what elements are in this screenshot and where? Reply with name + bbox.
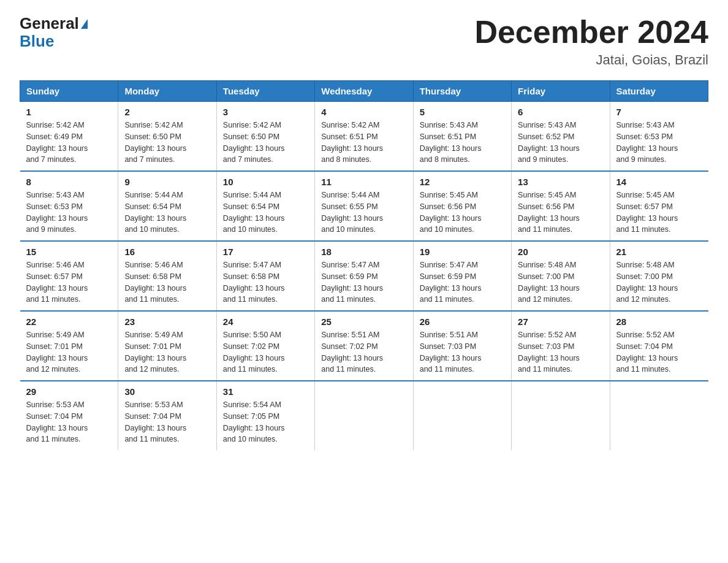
day-number: 24 xyxy=(223,316,308,327)
day-info: Sunrise: 5:47 AMSunset: 6:59 PMDaylight:… xyxy=(321,259,406,305)
calendar-cell: 11Sunrise: 5:44 AMSunset: 6:55 PMDayligh… xyxy=(315,171,413,241)
header-saturday: Saturday xyxy=(610,81,708,102)
day-info: Sunrise: 5:51 AMSunset: 7:03 PMDaylight:… xyxy=(420,329,505,375)
calendar-cell: 28Sunrise: 5:52 AMSunset: 7:04 PMDayligh… xyxy=(610,311,708,381)
logo-blue-text: Blue xyxy=(20,33,54,50)
calendar-week-row: 8Sunrise: 5:43 AMSunset: 6:53 PMDaylight… xyxy=(20,171,708,241)
logo: General Blue xyxy=(20,15,88,50)
calendar-cell: 21Sunrise: 5:48 AMSunset: 7:00 PMDayligh… xyxy=(610,241,708,311)
day-info: Sunrise: 5:42 AMSunset: 6:50 PMDaylight:… xyxy=(223,120,308,166)
day-info: Sunrise: 5:53 AMSunset: 7:04 PMDaylight:… xyxy=(124,399,210,445)
logo-triangle-icon xyxy=(81,19,88,29)
day-number: 9 xyxy=(124,177,210,187)
calendar-cell: 12Sunrise: 5:45 AMSunset: 6:56 PMDayligh… xyxy=(413,171,511,241)
day-info: Sunrise: 5:47 AMSunset: 6:58 PMDaylight:… xyxy=(223,259,308,305)
calendar-cell: 24Sunrise: 5:50 AMSunset: 7:02 PMDayligh… xyxy=(216,311,314,381)
day-info: Sunrise: 5:45 AMSunset: 6:56 PMDaylight:… xyxy=(518,190,603,236)
header-tuesday: Tuesday xyxy=(216,81,314,102)
day-info: Sunrise: 5:49 AMSunset: 7:01 PMDaylight:… xyxy=(26,329,112,375)
day-number: 4 xyxy=(321,107,406,117)
day-number: 23 xyxy=(124,316,210,327)
day-info: Sunrise: 5:42 AMSunset: 6:50 PMDaylight:… xyxy=(124,120,210,166)
day-number: 27 xyxy=(518,316,603,327)
day-number: 29 xyxy=(26,386,112,397)
calendar-week-row: 15Sunrise: 5:46 AMSunset: 6:57 PMDayligh… xyxy=(20,241,708,311)
calendar-cell: 20Sunrise: 5:48 AMSunset: 7:00 PMDayligh… xyxy=(512,241,610,311)
calendar-cell: 26Sunrise: 5:51 AMSunset: 7:03 PMDayligh… xyxy=(413,311,511,381)
day-info: Sunrise: 5:43 AMSunset: 6:52 PMDaylight:… xyxy=(518,120,603,166)
logo-general-text: General xyxy=(20,15,79,33)
day-number: 3 xyxy=(223,107,308,117)
calendar-cell: 30Sunrise: 5:53 AMSunset: 7:04 PMDayligh… xyxy=(118,381,216,450)
header-friday: Friday xyxy=(512,81,610,102)
day-number: 12 xyxy=(420,177,505,187)
day-number: 28 xyxy=(616,316,702,327)
day-info: Sunrise: 5:47 AMSunset: 6:59 PMDaylight:… xyxy=(420,259,505,305)
day-number: 6 xyxy=(518,107,603,117)
day-info: Sunrise: 5:48 AMSunset: 7:00 PMDaylight:… xyxy=(616,259,702,305)
calendar-cell xyxy=(315,381,413,450)
calendar-cell: 25Sunrise: 5:51 AMSunset: 7:02 PMDayligh… xyxy=(315,311,413,381)
calendar-cell: 17Sunrise: 5:47 AMSunset: 6:58 PMDayligh… xyxy=(216,241,314,311)
day-number: 20 xyxy=(518,247,603,257)
day-number: 25 xyxy=(321,316,406,327)
day-number: 19 xyxy=(420,247,505,257)
day-info: Sunrise: 5:42 AMSunset: 6:49 PMDaylight:… xyxy=(26,120,112,166)
calendar-cell: 16Sunrise: 5:46 AMSunset: 6:58 PMDayligh… xyxy=(118,241,216,311)
title-block: December 2024 Jatai, Goias, Brazil xyxy=(474,15,708,68)
day-number: 7 xyxy=(616,107,702,117)
day-number: 26 xyxy=(420,316,505,327)
day-info: Sunrise: 5:44 AMSunset: 6:54 PMDaylight:… xyxy=(124,190,210,236)
calendar-cell: 22Sunrise: 5:49 AMSunset: 7:01 PMDayligh… xyxy=(20,311,118,381)
calendar-cell: 13Sunrise: 5:45 AMSunset: 6:56 PMDayligh… xyxy=(512,171,610,241)
day-info: Sunrise: 5:50 AMSunset: 7:02 PMDaylight:… xyxy=(223,329,308,375)
calendar-cell: 10Sunrise: 5:44 AMSunset: 6:54 PMDayligh… xyxy=(216,171,314,241)
day-info: Sunrise: 5:46 AMSunset: 6:57 PMDaylight:… xyxy=(26,259,112,305)
calendar-cell: 5Sunrise: 5:43 AMSunset: 6:51 PMDaylight… xyxy=(413,102,511,172)
calendar-week-row: 29Sunrise: 5:53 AMSunset: 7:04 PMDayligh… xyxy=(20,381,708,450)
day-info: Sunrise: 5:53 AMSunset: 7:04 PMDaylight:… xyxy=(26,399,112,445)
calendar-cell: 9Sunrise: 5:44 AMSunset: 6:54 PMDaylight… xyxy=(118,171,216,241)
calendar-cell xyxy=(413,381,511,450)
day-number: 22 xyxy=(26,316,112,327)
day-info: Sunrise: 5:52 AMSunset: 7:04 PMDaylight:… xyxy=(616,329,702,375)
calendar-cell: 23Sunrise: 5:49 AMSunset: 7:01 PMDayligh… xyxy=(118,311,216,381)
header-wednesday: Wednesday xyxy=(315,81,413,102)
calendar-table: SundayMondayTuesdayWednesdayThursdayFrid… xyxy=(20,80,708,450)
day-info: Sunrise: 5:51 AMSunset: 7:02 PMDaylight:… xyxy=(321,329,406,375)
main-title: December 2024 xyxy=(474,15,708,50)
day-number: 13 xyxy=(518,177,603,187)
calendar-header-row: SundayMondayTuesdayWednesdayThursdayFrid… xyxy=(20,81,708,102)
subtitle: Jatai, Goias, Brazil xyxy=(474,52,708,68)
header-thursday: Thursday xyxy=(413,81,511,102)
calendar-cell: 29Sunrise: 5:53 AMSunset: 7:04 PMDayligh… xyxy=(20,381,118,450)
calendar-cell: 19Sunrise: 5:47 AMSunset: 6:59 PMDayligh… xyxy=(413,241,511,311)
day-info: Sunrise: 5:45 AMSunset: 6:57 PMDaylight:… xyxy=(616,190,702,236)
page-header: General Blue December 2024 Jatai, Goias,… xyxy=(20,15,708,68)
calendar-cell xyxy=(512,381,610,450)
day-info: Sunrise: 5:48 AMSunset: 7:00 PMDaylight:… xyxy=(518,259,603,305)
day-number: 10 xyxy=(223,177,308,187)
day-info: Sunrise: 5:43 AMSunset: 6:53 PMDaylight:… xyxy=(616,120,702,166)
day-info: Sunrise: 5:43 AMSunset: 6:53 PMDaylight:… xyxy=(26,190,112,236)
calendar-cell: 18Sunrise: 5:47 AMSunset: 6:59 PMDayligh… xyxy=(315,241,413,311)
calendar-cell: 14Sunrise: 5:45 AMSunset: 6:57 PMDayligh… xyxy=(610,171,708,241)
calendar-cell: 4Sunrise: 5:42 AMSunset: 6:51 PMDaylight… xyxy=(315,102,413,172)
calendar-cell: 7Sunrise: 5:43 AMSunset: 6:53 PMDaylight… xyxy=(610,102,708,172)
day-number: 31 xyxy=(223,386,308,397)
day-info: Sunrise: 5:42 AMSunset: 6:51 PMDaylight:… xyxy=(321,120,406,166)
day-info: Sunrise: 5:54 AMSunset: 7:05 PMDaylight:… xyxy=(223,399,308,445)
day-info: Sunrise: 5:52 AMSunset: 7:03 PMDaylight:… xyxy=(518,329,603,375)
calendar-week-row: 1Sunrise: 5:42 AMSunset: 6:49 PMDaylight… xyxy=(20,102,708,172)
day-number: 18 xyxy=(321,247,406,257)
calendar-cell xyxy=(610,381,708,450)
day-info: Sunrise: 5:43 AMSunset: 6:51 PMDaylight:… xyxy=(420,120,505,166)
day-number: 30 xyxy=(124,386,210,397)
calendar-week-row: 22Sunrise: 5:49 AMSunset: 7:01 PMDayligh… xyxy=(20,311,708,381)
day-info: Sunrise: 5:44 AMSunset: 6:55 PMDaylight:… xyxy=(321,190,406,236)
calendar-cell: 1Sunrise: 5:42 AMSunset: 6:49 PMDaylight… xyxy=(20,102,118,172)
day-number: 21 xyxy=(616,247,702,257)
day-info: Sunrise: 5:49 AMSunset: 7:01 PMDaylight:… xyxy=(124,329,210,375)
day-number: 5 xyxy=(420,107,505,117)
day-number: 2 xyxy=(124,107,210,117)
